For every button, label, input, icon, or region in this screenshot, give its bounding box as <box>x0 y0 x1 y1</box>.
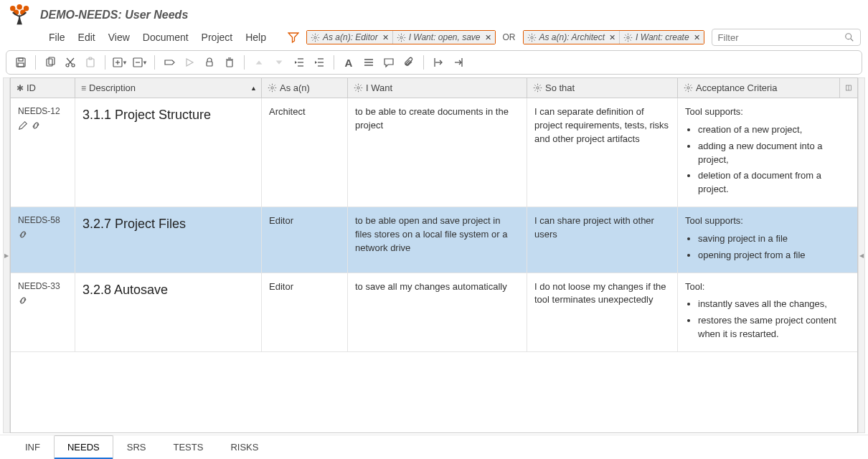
svg-rect-28 <box>227 60 232 67</box>
collapse-right-icon[interactable] <box>450 54 467 71</box>
svg-line-10 <box>851 39 854 42</box>
play-icon[interactable] <box>181 54 198 71</box>
menu-project[interactable]: Project <box>202 32 233 43</box>
table-row[interactable]: NEEDS-583.2.7 Project FilesEditorto be a… <box>11 207 857 273</box>
indent-icon[interactable] <box>311 54 328 71</box>
column-header-i-want[interactable]: I Want <box>348 78 527 98</box>
svg-point-46 <box>537 87 539 89</box>
svg-point-7 <box>530 36 532 38</box>
svg-point-6 <box>400 36 402 38</box>
row-id: NEEDS-33 <box>18 280 67 293</box>
filter-icon[interactable] <box>288 32 299 43</box>
tab-risks[interactable]: RISKS <box>217 435 272 459</box>
svg-point-44 <box>271 87 273 89</box>
paste-icon[interactable] <box>82 54 99 71</box>
row-as-an: Editor <box>262 273 348 351</box>
cut-icon[interactable] <box>62 54 79 71</box>
row-description: 3.2.8 Autosave <box>82 283 168 297</box>
remove-icon[interactable]: ▼ <box>131 54 148 71</box>
filter-or: OR <box>503 32 516 42</box>
filter-chip[interactable]: As a(n): Architect✕ <box>524 31 621 44</box>
right-panel-toggle[interactable]: ◀ <box>858 77 865 433</box>
row-description: 3.1.1 Project Structure <box>82 108 211 122</box>
row-as-an: Editor <box>262 207 348 273</box>
row-i-want: to be able to create documents in the pr… <box>348 98 527 207</box>
row-acceptance: Tool supports:saving project in a fileop… <box>678 207 857 273</box>
app-logo <box>7 4 34 26</box>
row-id: NEEDS-58 <box>18 214 67 227</box>
sort-asc-icon: ▲ <box>250 85 257 92</box>
row-i-want: to save all my changes automatically <box>348 273 527 351</box>
row-so-that: I can share project with other users <box>527 207 678 273</box>
filter-chip[interactable]: As a(n): Editor✕ <box>307 31 393 44</box>
column-config-icon[interactable] <box>840 78 857 98</box>
app-title: DEMO-NEEDS: User Needs <box>40 9 188 22</box>
link-icon[interactable] <box>18 295 28 306</box>
table-row[interactable]: NEEDS-333.2.8 AutosaveEditorto save all … <box>11 273 857 352</box>
filter-input[interactable] <box>718 32 844 43</box>
chip-close-icon[interactable]: ✕ <box>485 33 491 42</box>
chip-close-icon[interactable]: ✕ <box>694 33 700 42</box>
svg-point-45 <box>357 87 359 89</box>
move-down-icon[interactable] <box>270 54 288 71</box>
save-icon[interactable] <box>12 54 29 71</box>
tab-tests[interactable]: TESTS <box>159 435 217 459</box>
tab-needs[interactable]: NEEDS <box>54 435 113 459</box>
row-description: 3.2.7 Project Files <box>82 217 186 231</box>
svg-point-8 <box>627 36 629 38</box>
chip-close-icon[interactable]: ✕ <box>609 33 615 42</box>
menu-view[interactable]: View <box>108 32 130 43</box>
toolbar: ▼ ▼ A <box>6 50 862 75</box>
add-icon[interactable]: ▼ <box>111 54 128 71</box>
edit-icon[interactable] <box>18 120 28 131</box>
attachment-icon[interactable] <box>400 54 418 71</box>
table-row[interactable]: NEEDS-123.1.1 Project StructureArchitect… <box>11 98 857 207</box>
svg-point-1 <box>16 4 22 10</box>
link-icon[interactable] <box>18 230 28 240</box>
filter-chip[interactable]: I Want: open, save✕ <box>393 31 495 44</box>
label-icon[interactable] <box>161 54 178 71</box>
column-header-so-that[interactable]: So that <box>527 78 678 98</box>
svg-rect-13 <box>18 63 24 67</box>
document-tabs: INFNEEDSSRSTESTSRISKS <box>0 435 868 459</box>
align-icon[interactable] <box>360 54 377 71</box>
row-acceptance: Tool supports:creation of a new project,… <box>678 98 857 207</box>
svg-rect-12 <box>19 58 23 61</box>
tab-inf[interactable]: INF <box>11 435 54 459</box>
font-icon[interactable]: A <box>340 54 357 71</box>
column-header-acceptance[interactable]: Acceptance Criteria <box>678 78 840 98</box>
filter-chip[interactable]: I Want: create✕ <box>620 31 703 44</box>
chip-close-icon[interactable]: ✕ <box>382 33 389 42</box>
comment-icon[interactable] <box>380 54 397 71</box>
copy-icon[interactable] <box>42 54 59 71</box>
row-id: NEEDS-12 <box>18 105 67 118</box>
svg-point-47 <box>687 87 689 89</box>
row-so-that: I can separate definition of project req… <box>527 98 678 207</box>
row-as-an: Architect <box>262 98 348 207</box>
move-up-icon[interactable] <box>250 54 268 71</box>
menu-document[interactable]: Document <box>143 32 189 43</box>
outdent-icon[interactable] <box>291 54 308 71</box>
menu-help[interactable]: Help <box>245 32 266 43</box>
svg-point-5 <box>314 36 316 38</box>
menu-edit[interactable]: Edit <box>78 32 95 43</box>
column-header-id[interactable]: ✱ID <box>11 78 75 98</box>
row-i-want: to be able open and save project in file… <box>348 207 527 273</box>
svg-point-9 <box>846 34 852 39</box>
row-so-that: I do not loose my changes if the tool te… <box>527 273 678 351</box>
row-acceptance: Tool:instantly saves all the changes,res… <box>678 273 857 351</box>
svg-rect-20 <box>87 59 94 67</box>
link-icon[interactable] <box>31 120 41 131</box>
tab-srs[interactable]: SRS <box>113 435 160 459</box>
column-header-as-an[interactable]: As a(n) <box>262 78 348 98</box>
filter-group-2: As a(n): Architect✕I Want: create✕ <box>523 30 704 44</box>
delete-icon[interactable] <box>221 54 238 71</box>
svg-rect-27 <box>207 62 212 66</box>
column-header-description[interactable]: ≡Description▲ <box>75 78 262 98</box>
expand-right-icon[interactable] <box>430 54 447 71</box>
search-icon[interactable] <box>844 32 854 42</box>
menu-file[interactable]: File <box>49 32 65 43</box>
lock-icon[interactable] <box>201 54 218 71</box>
left-panel-toggle[interactable]: ▶ <box>3 77 10 433</box>
filter-group-1: As a(n): Editor✕I Want: open, save✕ <box>306 30 496 44</box>
